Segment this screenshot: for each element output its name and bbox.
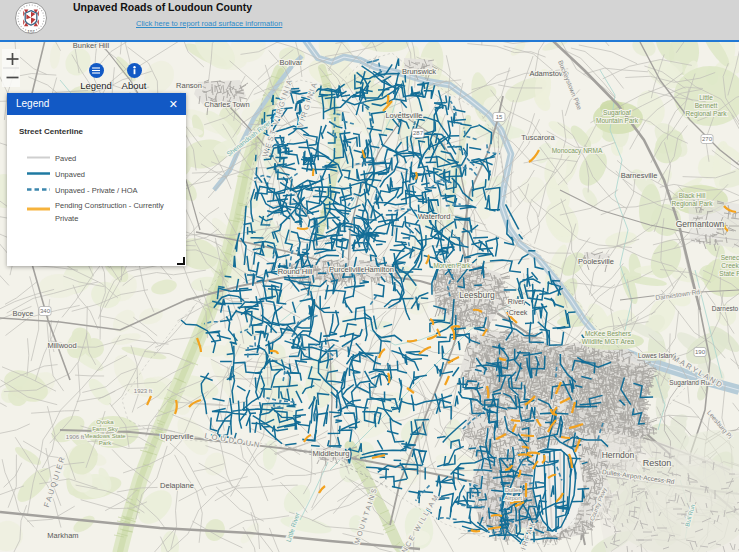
svg-text:Bennett: Bennett	[695, 102, 718, 109]
svg-text:Park: Park	[99, 440, 112, 446]
svg-text:Mountain Park: Mountain Park	[596, 117, 639, 124]
svg-text:Bunker Hill: Bunker Hill	[73, 42, 110, 50]
svg-text:Brunswick: Brunswick	[402, 67, 436, 76]
svg-text:190: 190	[695, 349, 706, 355]
svg-text:Upperville: Upperville	[160, 432, 193, 441]
svg-text:Senec: Senec	[721, 254, 739, 261]
svg-text:Farm Sky: Farm Sky	[92, 426, 118, 432]
svg-text:270: 270	[702, 136, 713, 142]
svg-text:340: 340	[40, 308, 51, 314]
svg-text:Bolivar: Bolivar	[280, 58, 303, 67]
svg-text:Regional Park: Regional Park	[672, 200, 714, 208]
svg-text:Herndon: Herndon	[602, 450, 635, 460]
svg-text:McKee Beshers: McKee Beshers	[585, 330, 632, 337]
svg-text:Wildlife MGT Area: Wildlife MGT Area	[582, 338, 635, 345]
svg-text:Poolesville: Poolesville	[578, 257, 614, 266]
svg-text:Morven Park: Morven Park	[434, 262, 472, 269]
svg-text:Delaplane: Delaplane	[160, 481, 194, 490]
svg-text:Sugarloaf: Sugarloaf	[603, 109, 631, 117]
svg-text:Purcellville: Purcellville	[329, 265, 365, 274]
svg-text:287: 287	[413, 130, 424, 136]
svg-text:Round Hill: Round Hill	[278, 267, 313, 276]
svg-text:Germantown: Germantown	[676, 219, 725, 229]
svg-text:15: 15	[496, 114, 503, 120]
svg-text:Creek: Creek	[509, 309, 528, 316]
svg-text:1923 ft: 1923 ft	[134, 388, 153, 394]
svg-text:Markham: Markham	[47, 531, 78, 540]
svg-text:Monocacy NRMA: Monocacy NRMA	[552, 147, 603, 155]
svg-text:Boyce: Boyce	[13, 309, 34, 318]
svg-text:Regional Park: Regional Park	[686, 110, 728, 118]
svg-text:Darnesto: Darnesto	[712, 305, 739, 312]
svg-text:River: River	[508, 298, 525, 305]
svg-text:Reston: Reston	[643, 458, 672, 468]
svg-text:Meadows State: Meadows State	[84, 433, 126, 439]
svg-text:Dulles: Dulles	[505, 487, 522, 493]
svg-text:Black Hill: Black Hill	[679, 192, 706, 199]
svg-text:Middleburg: Middleburg	[312, 449, 349, 458]
svg-text:Charles Town: Charles Town	[204, 100, 249, 109]
svg-text:Little: Little	[699, 94, 713, 101]
svg-text:1906 ft: 1906 ft	[66, 434, 85, 440]
svg-text:Millwood: Millwood	[47, 341, 76, 350]
svg-text:Lowes Island: Lowes Island	[638, 352, 676, 359]
svg-text:Ovoka: Ovoka	[96, 419, 114, 425]
svg-text:Ranson: Ranson	[176, 81, 202, 90]
svg-text:Waterford: Waterford	[418, 212, 451, 221]
svg-text:Leesburg: Leesburg	[459, 290, 495, 300]
svg-text:Tuscarora: Tuscarora	[521, 133, 555, 142]
svg-text:Hamilton: Hamilton	[364, 265, 394, 274]
svg-text:Lovettsville: Lovettsville	[385, 111, 422, 120]
svg-text:1757: 1757	[27, 30, 34, 34]
svg-text:State P: State P	[719, 270, 739, 277]
svg-text:Creek: Creek	[721, 262, 739, 269]
svg-text:Airport: Airport	[504, 495, 522, 501]
svg-text:Barnesville: Barnesville	[621, 171, 658, 180]
